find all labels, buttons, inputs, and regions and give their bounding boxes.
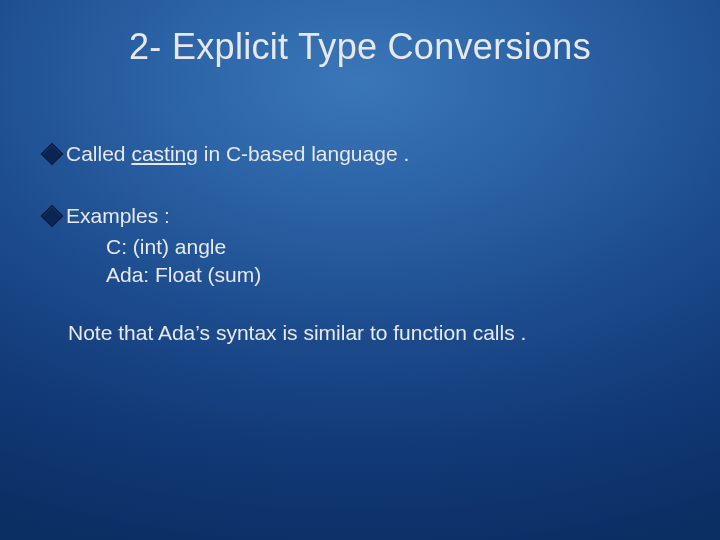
bullet-1-text: Called casting in C-based language . [66,140,680,168]
bullet-1-suffix: in C-based language . [198,142,409,165]
bullet-item-2: Examples : [44,202,680,230]
note-text: Note that Ada’s syntax is similar to fun… [68,319,680,347]
slide-body: Called casting in C-based language . Exa… [44,140,680,348]
diamond-bullet-icon [41,143,64,166]
example-c: C: (int) angle [106,233,680,261]
bullet-item-1: Called casting in C-based language . [44,140,680,168]
diamond-bullet-icon [41,205,64,228]
slide-title: 2- Explicit Type Conversions [0,26,720,68]
bullet-1-prefix: Called [66,142,131,165]
example-ada: Ada: Float (sum) [106,261,680,289]
slide: 2- Explicit Type Conversions Called cast… [0,0,720,540]
bullet-1-underlined: casting [131,142,198,165]
bullet-2-label: Examples : [66,202,680,230]
bullet-2-examples: C: (int) angle Ada: Float (sum) [106,233,680,290]
